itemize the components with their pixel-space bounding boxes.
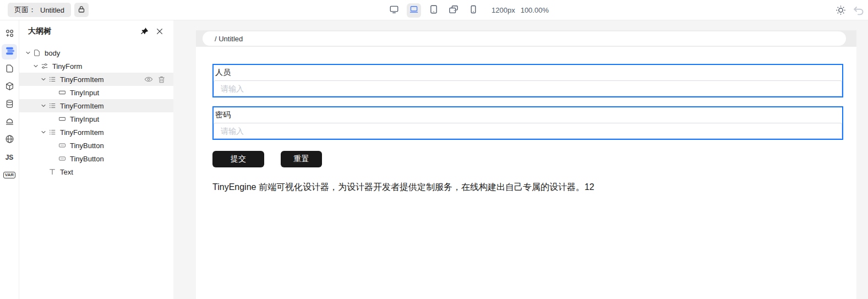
device-rotate-button[interactable] <box>446 3 461 18</box>
var-icon: VAR <box>3 172 15 178</box>
database-icon <box>5 99 14 111</box>
outline-panel-header: 大纲树 <box>19 20 173 42</box>
tree-row-tinybutton-2[interactable]: TinyButton <box>19 152 173 165</box>
tree-node-label: TinyButton <box>70 155 173 163</box>
sidebar-item-bridge[interactable] <box>2 115 17 130</box>
tree-node-label: TinyFormItem <box>60 75 144 84</box>
outline-tree-icon <box>5 46 14 58</box>
chevron-down-icon[interactable] <box>39 75 48 84</box>
sidebar-item-page[interactable] <box>2 62 17 77</box>
materials-icon <box>5 29 14 40</box>
design-canvas: / Untitled 人员 密码 提交 重置 <box>173 20 868 299</box>
phone-icon <box>468 4 478 17</box>
text-node-icon <box>48 167 57 176</box>
activity-bar: JS VAR <box>0 20 19 299</box>
input-node-icon <box>58 88 67 97</box>
button-node-icon <box>58 141 67 150</box>
sidebar-item-i18n[interactable] <box>2 132 17 148</box>
tree-node-label: TinyButton <box>70 142 173 150</box>
tree-row-text[interactable]: Text <box>19 165 173 178</box>
chevron-down-icon[interactable] <box>39 101 48 110</box>
outline-tree: body TinyForm <box>19 42 173 178</box>
sidebar-item-outline-tree[interactable] <box>2 44 17 59</box>
form-item-node-icon <box>48 128 57 137</box>
undo-button[interactable] <box>851 4 865 17</box>
field-label: 密码 <box>214 107 842 123</box>
submit-button[interactable]: 提交 <box>212 151 264 167</box>
delete-trash-icon[interactable] <box>157 75 166 84</box>
form-button-row: 提交 重置 <box>212 151 843 167</box>
top-toolbar: 页面： Untitled <box>0 0 868 20</box>
designer-app: 页面： Untitled <box>0 0 868 299</box>
tree-row-tinyformitem-2[interactable]: TinyFormItem <box>19 99 173 112</box>
laptop-icon <box>409 4 419 17</box>
device-phone-button[interactable] <box>466 3 481 18</box>
sidebar-item-data-source[interactable] <box>2 97 17 112</box>
chevron-down-icon[interactable] <box>24 48 32 57</box>
sidebar-item-js[interactable]: JS <box>2 150 17 165</box>
visibility-eye-icon[interactable] <box>144 75 153 84</box>
chevron-down-icon[interactable] <box>39 128 48 137</box>
tree-node-label: body <box>45 49 173 57</box>
bridge-icon <box>5 117 14 128</box>
field-label: 人员 <box>214 65 842 80</box>
form-item-selected-1[interactable]: 人员 <box>212 64 843 97</box>
zoom-level-value: 100.00% <box>521 6 549 14</box>
tree-row-body[interactable]: body <box>19 46 173 59</box>
sidebar-item-state-variables[interactable]: VAR <box>2 167 17 183</box>
button-node-icon <box>58 154 67 163</box>
theme-brightness-button[interactable] <box>836 5 846 15</box>
lock-button[interactable] <box>74 3 89 17</box>
tree-node-label: TinyInput <box>70 115 173 123</box>
tree-row-actions <box>144 75 173 84</box>
page-chip-name: Untitled <box>40 6 64 14</box>
toolbar-left: 页面： Untitled <box>0 3 89 17</box>
page-chip-label: 页面： <box>14 5 36 15</box>
chevron-down-icon[interactable] <box>31 62 40 70</box>
personnel-input[interactable] <box>214 80 842 96</box>
breadcrumb-text: / Untitled <box>215 35 243 43</box>
tree-node-label: TinyForm <box>52 62 173 70</box>
tree-row-tinyformitem-3[interactable]: TinyFormItem <box>19 126 173 139</box>
sidebar-item-block[interactable] <box>2 79 17 95</box>
lock-icon <box>77 5 86 15</box>
toolbar-right <box>836 0 866 20</box>
js-icon: JS <box>6 154 14 161</box>
breadcrumb-band: / Untitled <box>196 30 856 47</box>
tree-node-label: Text <box>60 168 173 176</box>
tree-node-label: TinyFormItem <box>60 128 173 137</box>
page-body: 人员 密码 提交 重置 TinyEngine 前端可视化设计器，为设计器开发者提… <box>196 47 856 193</box>
close-panel-button[interactable] <box>154 26 165 37</box>
tree-row-tinyinput-2[interactable]: TinyInput <box>19 112 173 126</box>
reset-button[interactable]: 重置 <box>281 151 322 167</box>
viewport-controls: 1200px 100.00% <box>387 0 549 20</box>
input-node-icon <box>58 115 67 123</box>
breadcrumb[interactable]: / Untitled <box>203 31 846 46</box>
form-item-selected-2[interactable]: 密码 <box>212 106 843 140</box>
form-item-node-icon <box>48 75 57 84</box>
block-cube-icon <box>5 81 14 93</box>
tree-node-label: TinyFormItem <box>60 102 173 110</box>
panel-title: 大纲树 <box>28 26 139 36</box>
outline-panel: 大纲树 <box>19 20 173 299</box>
password-input[interactable] <box>214 123 842 139</box>
viewport-width-value: 1200px <box>492 6 515 14</box>
form-item-node-icon <box>48 101 57 110</box>
tree-row-tinyformitem-1[interactable]: TinyFormItem <box>19 73 173 86</box>
sidebar-item-materials[interactable] <box>2 26 17 42</box>
globe-icon <box>5 134 14 146</box>
device-laptop-button[interactable] <box>407 3 421 18</box>
text-node[interactable]: TinyEngine 前端可视化设计器，为设计器开发者提供定制服务，在线构建出自… <box>212 182 843 193</box>
tree-row-tinyinput-1[interactable]: TinyInput <box>19 86 173 99</box>
page-icon <box>5 64 14 75</box>
page-chip[interactable]: 页面： Untitled <box>8 3 71 17</box>
canvas-page: / Untitled 人员 密码 提交 重置 <box>196 30 856 299</box>
device-desktop-button[interactable] <box>387 3 401 18</box>
tree-row-tinybutton-1[interactable]: TinyButton <box>19 139 173 152</box>
pin-button[interactable] <box>139 26 150 37</box>
desktop-icon <box>389 4 399 17</box>
device-tablet-portrait-button[interactable] <box>427 3 441 18</box>
tree-row-tinyform[interactable]: TinyForm <box>19 59 173 73</box>
rotate-screen-icon <box>449 4 458 17</box>
page-node-icon <box>32 48 41 57</box>
